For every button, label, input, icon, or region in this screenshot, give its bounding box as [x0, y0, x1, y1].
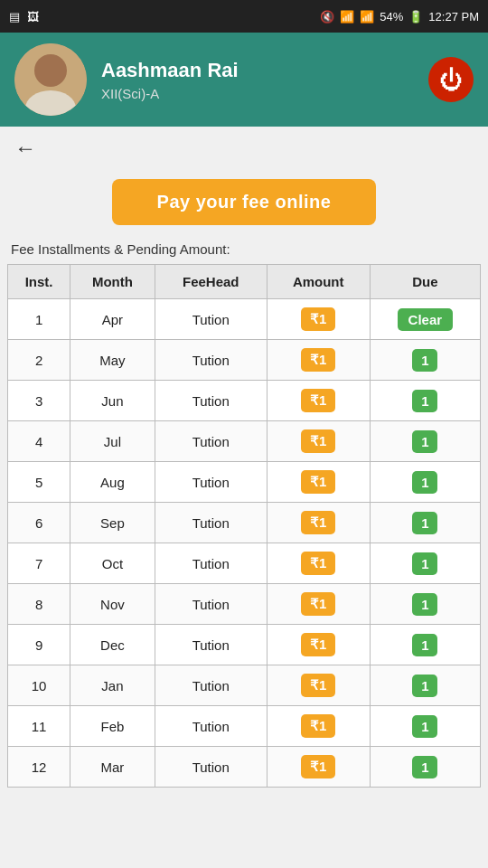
table-row: 2MayTution₹11: [8, 340, 481, 381]
icon1: ▤: [9, 10, 20, 24]
due-badge: 1: [412, 756, 437, 778]
signal2-icon: 📶: [360, 10, 374, 24]
cell-inst: 11: [8, 706, 70, 747]
due-badge: 1: [412, 593, 437, 616]
cell-feehead: Tution: [155, 747, 267, 788]
power-icon: ⏻: [439, 66, 463, 94]
header: Aashmaan Rai XII(Sci)-A ⏻: [0, 33, 488, 127]
col-amount: Amount: [267, 265, 370, 299]
cell-inst: 5: [8, 462, 70, 503]
cell-amount: ₹1: [267, 625, 370, 665]
fee-table: Inst. Month FeeHead Amount Due 1AprTutio…: [7, 264, 481, 788]
due-badge: 1: [412, 349, 437, 372]
cell-inst: 6: [8, 503, 70, 543]
status-left-icons: ▤ 🖼: [9, 10, 39, 24]
due-badge: 1: [412, 430, 437, 453]
due-badge: 1: [412, 675, 437, 697]
cell-feehead: Tution: [155, 625, 267, 665]
icon2: 🖼: [27, 10, 39, 24]
cell-feehead: Tution: [155, 584, 267, 625]
due-badge: 1: [412, 715, 437, 738]
cell-amount: ₹1: [267, 381, 370, 421]
battery-icon: 🔋: [408, 10, 423, 24]
amount-badge: ₹1: [301, 389, 335, 412]
table-row: 10JanTution₹11: [8, 665, 481, 706]
col-month: Month: [70, 265, 155, 299]
pay-fee-button[interactable]: Pay your fee online: [112, 179, 377, 225]
cell-month: Jun: [70, 381, 155, 421]
cell-feehead: Tution: [155, 462, 267, 503]
cell-amount: ₹1: [267, 421, 370, 462]
cell-feehead: Tution: [155, 543, 267, 584]
due-badge: 1: [412, 634, 437, 656]
pay-row: Pay your fee online: [0, 170, 488, 241]
mute-icon: 🔇: [320, 10, 334, 24]
cell-due: 1: [370, 503, 480, 543]
amount-badge: ₹1: [301, 429, 335, 453]
cell-month: Jul: [70, 421, 155, 462]
table-title: Fee Installments & Pending Amount:: [7, 241, 481, 257]
cell-month: Aug: [70, 462, 155, 503]
amount-badge: ₹1: [301, 307, 335, 331]
cell-due: 1: [370, 381, 480, 421]
cell-due: 1: [370, 747, 480, 788]
amount-badge: ₹1: [301, 348, 335, 372]
table-row: 11FebTution₹11: [8, 706, 481, 747]
table-row: 1AprTution₹1Clear: [8, 299, 481, 340]
power-button[interactable]: ⏻: [428, 57, 474, 102]
amount-badge: ₹1: [301, 714, 335, 738]
col-due: Due: [370, 265, 480, 299]
cell-due: 1: [370, 421, 480, 462]
cell-amount: ₹1: [267, 503, 370, 543]
cell-month: Sep: [70, 503, 155, 543]
cell-month: Oct: [70, 543, 155, 584]
due-badge: 1: [412, 552, 437, 575]
cell-inst: 2: [8, 340, 70, 381]
clock: 12:27 PM: [428, 10, 479, 24]
due-badge: 1: [412, 390, 437, 412]
cell-amount: ₹1: [267, 340, 370, 381]
table-row: 3JunTution₹11: [8, 381, 481, 421]
user-name: Aashmaan Rai: [101, 59, 414, 82]
cell-due: 1: [370, 543, 480, 584]
back-button[interactable]: ←: [14, 136, 36, 161]
cell-due: 1: [370, 340, 480, 381]
cell-amount: ₹1: [267, 747, 370, 788]
cell-inst: 4: [8, 421, 70, 462]
amount-badge: ₹1: [301, 511, 335, 534]
cell-inst: 3: [8, 381, 70, 421]
cell-due: 1: [370, 625, 480, 665]
cell-due: 1: [370, 584, 480, 625]
cell-month: Apr: [70, 299, 155, 340]
cell-month: Nov: [70, 584, 155, 625]
cell-due: 1: [370, 706, 480, 747]
user-info: Aashmaan Rai XII(Sci)-A: [101, 59, 414, 101]
cell-amount: ₹1: [267, 665, 370, 706]
signal-icon: 📶: [340, 10, 354, 24]
cell-feehead: Tution: [155, 421, 267, 462]
cell-feehead: Tution: [155, 340, 267, 381]
cell-month: Mar: [70, 747, 155, 788]
battery-percent: 54%: [380, 10, 403, 24]
cell-month: Jan: [70, 665, 155, 706]
table-wrapper: Fee Installments & Pending Amount: Inst.…: [0, 241, 488, 806]
amount-badge: ₹1: [301, 674, 335, 697]
cell-inst: 9: [8, 625, 70, 665]
table-row: 9DecTution₹11: [8, 625, 481, 665]
avatar-image: [14, 43, 87, 116]
user-class: XII(Sci)-A: [101, 86, 414, 101]
cell-inst: 8: [8, 584, 70, 625]
cell-due[interactable]: Clear: [370, 299, 480, 340]
cell-amount: ₹1: [267, 543, 370, 584]
cell-feehead: Tution: [155, 706, 267, 747]
cell-feehead: Tution: [155, 381, 267, 421]
amount-badge: ₹1: [301, 552, 335, 575]
cell-due: 1: [370, 665, 480, 706]
cell-amount: ₹1: [267, 462, 370, 503]
amount-badge: ₹1: [301, 633, 335, 656]
amount-badge: ₹1: [301, 755, 335, 778]
cell-inst: 10: [8, 665, 70, 706]
table-row: 12MarTution₹11: [8, 747, 481, 788]
table-row: 5AugTution₹11: [8, 462, 481, 503]
clear-button[interactable]: Clear: [398, 308, 454, 331]
